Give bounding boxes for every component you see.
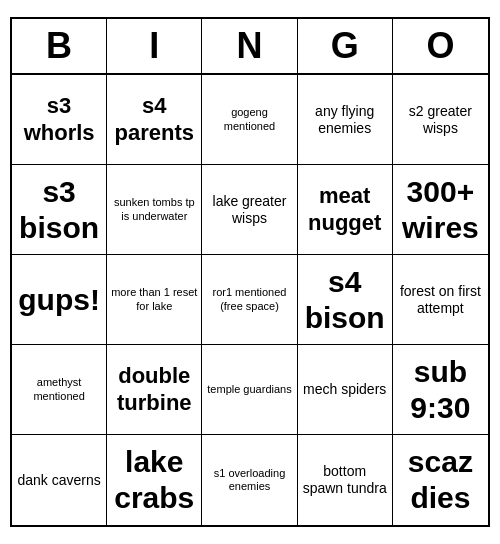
bingo-grid: s3 whorlss4 parentsgogeng mentionedany f… [12,75,488,525]
header-letter-o: O [393,19,488,73]
bingo-cell-9: 300+ wires [393,165,488,255]
bingo-header: BINGO [12,19,488,75]
bingo-cell-15: amethyst mentioned [12,345,107,435]
bingo-cell-4: s2 greater wisps [393,75,488,165]
bingo-cell-20: dank caverns [12,435,107,525]
bingo-cell-21: lake crabs [107,435,202,525]
bingo-cell-2: gogeng mentioned [202,75,297,165]
bingo-cell-1: s4 parents [107,75,202,165]
bingo-cell-8: meat nugget [298,165,393,255]
bingo-cell-6: sunken tombs tp is underwater [107,165,202,255]
header-letter-n: N [202,19,297,73]
bingo-cell-19: sub 9:30 [393,345,488,435]
bingo-cell-16: double turbine [107,345,202,435]
bingo-cell-0: s3 whorls [12,75,107,165]
header-letter-i: I [107,19,202,73]
bingo-card: BINGO s3 whorlss4 parentsgogeng mentione… [10,17,490,527]
bingo-cell-7: lake greater wisps [202,165,297,255]
bingo-cell-10: gups! [12,255,107,345]
bingo-cell-18: mech spiders [298,345,393,435]
bingo-cell-14: forest on first attempt [393,255,488,345]
header-letter-g: G [298,19,393,73]
bingo-cell-17: temple guardians [202,345,297,435]
bingo-cell-5: s3 bison [12,165,107,255]
bingo-cell-23: bottom spawn tundra [298,435,393,525]
bingo-cell-11: more than 1 reset for lake [107,255,202,345]
bingo-cell-12: ror1 mentioned (free space) [202,255,297,345]
bingo-cell-24: scaz dies [393,435,488,525]
bingo-cell-3: any flying enemies [298,75,393,165]
bingo-cell-22: s1 overloading enemies [202,435,297,525]
header-letter-b: B [12,19,107,73]
bingo-cell-13: s4 bison [298,255,393,345]
